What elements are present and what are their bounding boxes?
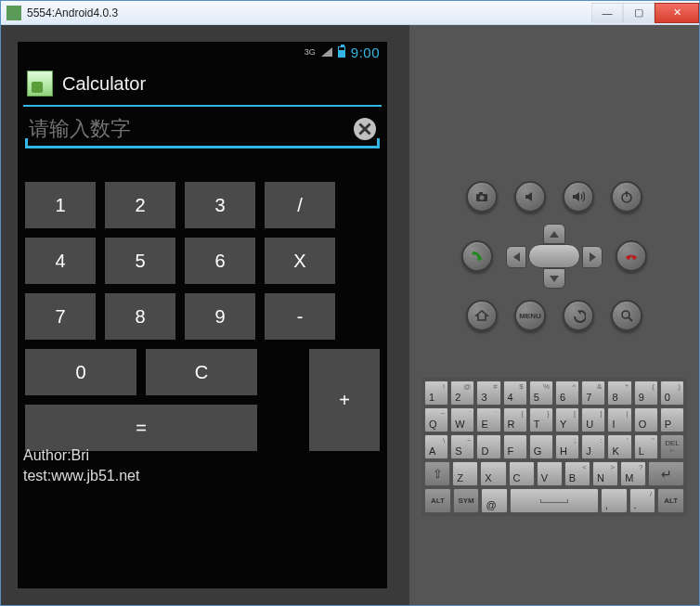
back-icon xyxy=(571,308,586,323)
key-multiply[interactable]: X xyxy=(265,238,335,284)
kbd-key-del[interactable]: DEL← xyxy=(660,434,684,459)
kbd-key-Y[interactable]: Y[ xyxy=(555,407,579,432)
kbd-key-alt-r[interactable]: ALT xyxy=(657,488,684,513)
close-button[interactable]: ✕ xyxy=(655,3,699,23)
kbd-key-Q[interactable]: Q~ xyxy=(424,407,448,432)
kbd-key-K[interactable]: K' xyxy=(607,434,631,459)
clear-input-button[interactable] xyxy=(354,118,376,140)
key-1[interactable]: 1 xyxy=(25,182,96,228)
key-7[interactable]: 7 xyxy=(25,293,96,340)
kbd-key-space[interactable] xyxy=(510,488,599,513)
kbd-key-C[interactable]: C xyxy=(509,461,535,486)
kbd-key-R[interactable]: R{ xyxy=(503,407,527,432)
window-buttons: — ▢ ✕ xyxy=(591,3,699,23)
menu-button[interactable]: MENU xyxy=(514,300,546,331)
svg-point-1 xyxy=(480,196,485,200)
key-c[interactable]: C xyxy=(146,349,257,395)
kbd-key-Z[interactable]: Z xyxy=(452,461,478,486)
kbd-key-O[interactable]: O xyxy=(634,407,658,432)
emulator-window: 5554:Android4.0.3 — ▢ ✕ 3G 9:00 Calculat… xyxy=(0,0,700,606)
key-equals[interactable]: = xyxy=(25,405,257,451)
key-5[interactable]: 5 xyxy=(105,238,175,284)
dpad-right[interactable] xyxy=(582,246,603,268)
kbd-key-L[interactable]: L" xyxy=(634,434,658,459)
kbd-key-D[interactable]: D xyxy=(476,434,500,459)
camera-icon xyxy=(474,189,489,204)
kbd-key-U[interactable]: U] xyxy=(581,407,605,432)
kbd-key-4[interactable]: 4$ xyxy=(503,380,527,406)
kbd-key-5[interactable]: 5% xyxy=(529,380,553,406)
kbd-key-B[interactable]: B< xyxy=(564,461,590,486)
app-icon xyxy=(27,71,53,97)
key-4[interactable]: 4 xyxy=(25,238,96,284)
hardware-buttons: MENU xyxy=(447,181,661,331)
device-screen-pane: 3G 9:00 Calculator xyxy=(1,25,409,605)
home-button[interactable] xyxy=(466,300,498,331)
kbd-key-X[interactable]: X xyxy=(480,461,506,486)
menu-label: MENU xyxy=(519,312,541,320)
key-9[interactable]: 9 xyxy=(185,293,255,340)
key-8[interactable]: 8 xyxy=(105,293,175,340)
dpad-up[interactable] xyxy=(543,224,565,244)
kbd-key-F[interactable]: F xyxy=(503,434,527,459)
key-2[interactable]: 2 xyxy=(105,182,175,228)
dpad-down[interactable] xyxy=(543,268,565,289)
kbd-key-0[interactable]: 0) xyxy=(660,380,684,406)
key-divide[interactable]: / xyxy=(265,182,335,228)
kbd-key-W[interactable]: W` xyxy=(450,407,474,432)
volume-down-button[interactable] xyxy=(514,181,546,213)
kbd-key-T[interactable]: T} xyxy=(529,407,553,432)
kbd-key-J[interactable]: J: xyxy=(581,434,605,459)
kbd-key-6[interactable]: 6^ xyxy=(555,380,579,406)
kbd-key-7[interactable]: 7& xyxy=(581,380,605,406)
kbd-key-alt-l[interactable]: ALT xyxy=(424,488,451,513)
call-button[interactable] xyxy=(461,240,493,272)
close-icon xyxy=(358,122,371,135)
key-add[interactable]: + xyxy=(309,349,380,451)
key-6[interactable]: 6 xyxy=(185,238,255,284)
titlebar: 5554:Android4.0.3 — ▢ ✕ xyxy=(1,1,699,25)
battery-icon xyxy=(338,46,345,58)
header-divider xyxy=(23,105,382,107)
kbd-key-M[interactable]: M? xyxy=(620,461,646,486)
kbd-key-I[interactable]: I| xyxy=(607,407,631,432)
kbd-key-E[interactable]: E´ xyxy=(476,407,500,432)
kbd-key-1[interactable]: 1! xyxy=(424,380,448,406)
key-3[interactable]: 3 xyxy=(185,182,255,228)
dpad-left[interactable] xyxy=(506,246,526,268)
key-0[interactable]: 0 xyxy=(25,349,136,395)
camera-button[interactable] xyxy=(466,181,498,213)
kbd-key-period[interactable]: ./ xyxy=(629,488,656,513)
end-call-button[interactable] xyxy=(616,240,647,272)
key-subtract[interactable]: - xyxy=(265,293,335,340)
home-icon xyxy=(474,308,489,323)
kbd-key-9[interactable]: 9( xyxy=(634,380,658,406)
kbd-key-sym[interactable]: SYM xyxy=(453,488,480,513)
maximize-button[interactable]: ▢ xyxy=(623,3,655,23)
content: 3G 9:00 Calculator xyxy=(1,25,699,605)
kbd-key-at[interactable]: @ xyxy=(481,488,508,513)
clock: 9:00 xyxy=(351,45,380,60)
kbd-key-S[interactable]: S÷ xyxy=(450,434,474,459)
kbd-key-8[interactable]: 8* xyxy=(607,380,631,406)
kbd-key-H[interactable]: H; xyxy=(555,434,579,459)
kbd-key-3[interactable]: 3# xyxy=(476,380,500,406)
search-button[interactable] xyxy=(611,300,642,331)
kbd-key-comma[interactable]: , xyxy=(601,488,628,513)
kbd-key-enter[interactable] xyxy=(648,461,684,486)
kbd-key-A[interactable]: A\ xyxy=(424,434,448,459)
end-call-icon xyxy=(624,249,639,264)
kbd-key-2[interactable]: 2@ xyxy=(450,380,474,406)
back-button[interactable] xyxy=(563,300,594,331)
power-button[interactable] xyxy=(611,181,642,213)
minimize-button[interactable]: — xyxy=(591,3,623,23)
kbd-key-G[interactable]: G xyxy=(529,434,553,459)
kbd-key-N[interactable]: N> xyxy=(592,461,618,486)
number-input[interactable] xyxy=(25,112,354,146)
window-icon xyxy=(6,6,21,20)
volume-up-button[interactable] xyxy=(563,181,594,213)
kbd-key-shift[interactable] xyxy=(424,461,450,486)
kbd-key-V[interactable]: V xyxy=(537,461,563,486)
kbd-key-P[interactable]: P xyxy=(660,407,684,432)
dpad-center[interactable] xyxy=(528,244,580,268)
